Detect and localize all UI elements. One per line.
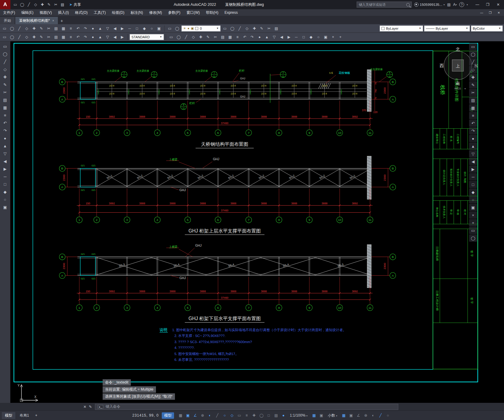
rotate-icon[interactable]: ◇ <box>190 34 197 40</box>
doc-minimize-button[interactable]: — <box>478 9 486 16</box>
sheet-set-manager-icon[interactable]: ▣ <box>156 25 162 32</box>
redo-icon[interactable]: ✂ <box>53 2 59 8</box>
menu-item-插入(I)[interactable]: 插入(I) <box>55 10 72 15</box>
doc-restore-button[interactable]: ❐ <box>486 9 494 16</box>
save-as-icon[interactable]: ◇ <box>23 25 30 32</box>
rectangle-icon[interactable]: ✚ <box>1 73 9 81</box>
erase-icon[interactable]: ▽ <box>271 34 278 40</box>
draw-order-icon[interactable]: + <box>469 219 477 226</box>
dim-diameter-icon[interactable]: ○ <box>315 34 322 40</box>
layout1-tab[interactable]: 布局1 <box>17 412 32 419</box>
open-icon[interactable]: ◯ <box>19 2 25 8</box>
menu-item-窗口(W)[interactable]: 窗口(W) <box>184 10 203 15</box>
scale-icon[interactable]: ▤ <box>469 96 477 104</box>
dim-linear-icon[interactable]: ▶ <box>286 34 292 40</box>
mirror-icon[interactable]: ✚ <box>197 34 204 40</box>
menu-item-参数(P)[interactable]: 参数(P) <box>165 10 184 15</box>
isometric-drafting-toggle[interactable]: ╱ <box>214 412 221 418</box>
layer-off-icon[interactable]: ✚ <box>251 25 258 32</box>
add-selected-icon[interactable]: ◆ <box>1 188 9 195</box>
table-style-icon[interactable]: ◇ <box>23 34 30 40</box>
measure-icon[interactable]: ↷ <box>82 34 89 40</box>
qnew-icon[interactable]: ▭ <box>12 2 18 8</box>
point-marker-icon[interactable]: ▣ <box>1 203 9 211</box>
tab-close-icon[interactable]: × <box>52 19 54 22</box>
group-icon[interactable]: ≡ <box>67 34 74 40</box>
explode-icon[interactable]: □ <box>469 181 477 188</box>
tool-palettes-icon[interactable]: ○ <box>148 25 155 32</box>
cut-icon[interactable]: ▤ <box>53 25 59 32</box>
menu-item-Express[interactable]: Express <box>222 10 241 15</box>
color-combo[interactable]: ByLayer ▼ <box>380 25 423 32</box>
open-icon[interactable]: ◯ <box>9 25 15 32</box>
undo-icon[interactable]: ● <box>89 25 96 32</box>
blend-curves-icon[interactable]: ─ <box>469 173 477 180</box>
selection-cycling-toggle[interactable]: ✚ <box>251 412 257 418</box>
workspace-switching-toggle[interactable]: ▦ <box>340 412 347 418</box>
join-icon[interactable]: ▽ <box>469 150 477 157</box>
edit-spline-icon[interactable]: ○ <box>469 196 477 203</box>
layer-freeze-icon[interactable]: ◇ <box>244 25 250 32</box>
oleref-icon[interactable]: ▶ <box>119 34 126 40</box>
layer-walk-icon[interactable]: ╱ <box>236 25 243 32</box>
close-button[interactable]: ✕ <box>493 0 503 9</box>
autoscale-toggle[interactable]: ▣ <box>318 412 325 418</box>
draw-order-front-icon[interactable]: ▤ <box>53 34 59 40</box>
workspace-switch-icon[interactable]: ▭ <box>1 34 8 40</box>
fillet-icon[interactable]: ▶ <box>469 165 477 173</box>
search-icon[interactable] <box>406 3 410 6</box>
minimize-button[interactable]: — <box>472 0 483 9</box>
object-snap-tracking-toggle[interactable]: ○ <box>221 412 228 418</box>
plotstyle-combo[interactable]: ByColor ▼ <box>471 25 503 32</box>
menu-item-工具(T)[interactable]: 工具(T) <box>91 10 109 15</box>
field-icon[interactable]: ▲ <box>97 34 104 40</box>
ellipse-arc-icon[interactable]: ↶ <box>1 119 9 127</box>
redo-icon[interactable]: ▲ <box>97 25 104 32</box>
dimension-style-icon[interactable]: ╱ <box>16 34 23 40</box>
layer-lock-icon[interactable]: ✎ <box>258 25 265 32</box>
gizmo-toggle[interactable]: ● <box>280 412 287 418</box>
zoom-realtime-icon[interactable]: ◀ <box>112 25 118 32</box>
ellipse-icon[interactable]: ≡ <box>1 112 9 119</box>
break-icon[interactable]: ▦ <box>227 34 233 40</box>
menu-item-帮助(H)[interactable]: 帮助(H) <box>203 10 222 15</box>
make-block-icon[interactable]: ● <box>1 134 9 142</box>
model-space-badge[interactable]: 模型 <box>162 412 174 419</box>
hatch-icon[interactable]: ▽ <box>1 150 9 157</box>
move-icon[interactable]: ✎ <box>469 81 477 89</box>
lengthen-icon[interactable]: ≡ <box>469 112 477 119</box>
transparency-toggle[interactable]: ≡ <box>243 412 250 418</box>
annotation-scale-button[interactable]: 1:1/100%▾ <box>288 413 309 418</box>
plot-style-icon[interactable]: ✂ <box>45 34 52 40</box>
hide-icon[interactable]: ◯ <box>469 234 477 242</box>
command-tools-icon[interactable]: ✎ <box>89 405 92 409</box>
point-icon[interactable]: ▲ <box>1 142 9 149</box>
properties-icon[interactable]: □ <box>134 25 140 32</box>
app-store-icon[interactable]: ▤ <box>447 2 451 7</box>
polar-tracking-toggle[interactable]: ◐ <box>207 412 213 418</box>
text-style-combo[interactable]: STANDARD ▼ <box>130 34 164 40</box>
annotation-monitor-toggle[interactable]: ▣ <box>348 412 354 418</box>
move-icon[interactable]: ▭ <box>168 34 175 40</box>
paste-icon[interactable]: ≡ <box>67 25 74 32</box>
copy-icon[interactable]: ▦ <box>60 25 67 32</box>
menu-item-文件(F)[interactable]: 文件(F) <box>0 10 18 15</box>
quick-calc-icon[interactable]: ● <box>89 34 96 40</box>
gradient-icon[interactable]: ◀ <box>1 157 9 165</box>
layer-states-icon[interactable]: ◯ <box>174 25 180 32</box>
match-properties-icon[interactable]: ↶ <box>75 25 81 32</box>
isolate-icon[interactable]: ▭ <box>469 227 477 234</box>
extend-icon[interactable]: ↷ <box>469 127 477 134</box>
update-field-icon[interactable]: ▽ <box>104 34 111 40</box>
plot-preview-icon[interactable]: ✎ <box>38 25 45 32</box>
design-center-icon[interactable]: ◆ <box>141 25 148 32</box>
explode-icon[interactable]: ◀ <box>278 34 285 40</box>
lineweight-toggle[interactable]: ▭ <box>236 412 243 418</box>
polygon-icon[interactable]: ◇ <box>1 66 9 73</box>
rotate-icon[interactable]: ✂ <box>469 89 477 96</box>
polyline-icon[interactable]: ╱ <box>1 58 9 65</box>
region-icon[interactable]: ▶ <box>1 165 9 172</box>
pan-realtime-icon[interactable]: ▽ <box>104 25 111 32</box>
layer-previous-icon[interactable]: ◯ <box>229 25 236 32</box>
trim-icon[interactable]: ✂ <box>212 34 219 40</box>
